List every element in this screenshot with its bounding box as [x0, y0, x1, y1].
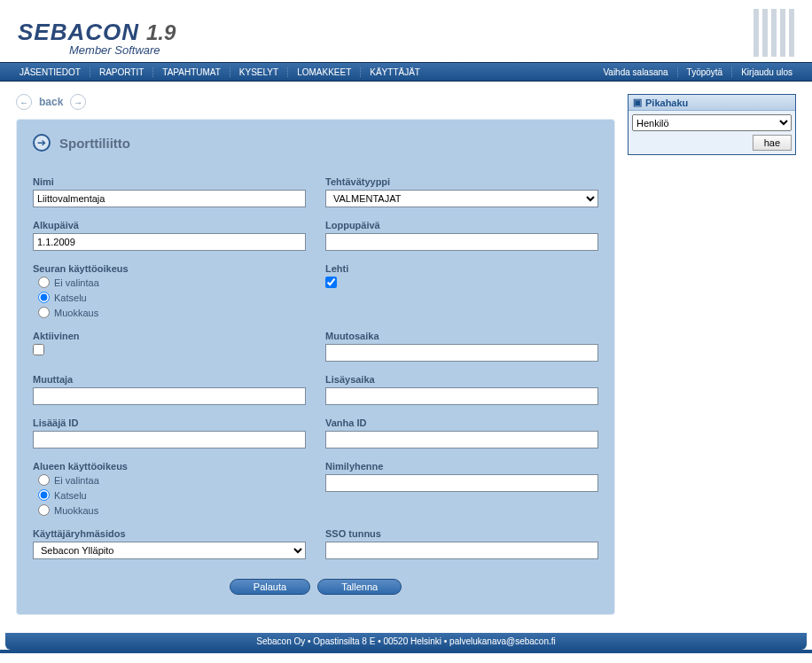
select-tehtavatyyppi[interactable]: VALMENTAJAT — [325, 190, 598, 207]
nav-desktop[interactable]: Työpöytä — [677, 67, 732, 77]
save-button[interactable]: Tallenna — [317, 579, 402, 595]
nav-jasentiedot[interactable]: JÄSENTIEDOT — [11, 67, 90, 77]
select-kayttajaryhma[interactable]: Sebacon Ylläpito — [33, 542, 306, 559]
input-vanha-id[interactable] — [325, 431, 598, 448]
app-subtitle: Member Software — [69, 43, 176, 57]
quicksearch-button[interactable]: hae — [753, 135, 792, 151]
footer: Sebacon Oy • Opastinsilta 8 E • 00520 He… — [5, 633, 807, 650]
page-title: Sporttiliitto — [59, 136, 130, 151]
input-sso[interactable] — [325, 542, 598, 559]
label-kayttajaryhma: Käyttäjäryhmäsidos — [33, 528, 306, 539]
reset-button[interactable]: Palauta — [230, 579, 310, 595]
arrow-right-icon: ➔ — [33, 134, 51, 152]
radio-seuran-0[interactable] — [38, 277, 50, 288]
input-nimi[interactable] — [33, 190, 306, 207]
forward-icon[interactable]: → — [70, 94, 86, 110]
quicksearch-select[interactable]: Henkilö — [632, 114, 792, 131]
input-alkupaiva[interactable] — [33, 233, 306, 251]
label-muuttaja: Muuttaja — [33, 374, 306, 385]
nav-logout[interactable]: Kirjaudu ulos — [731, 67, 801, 77]
expand-icon[interactable]: ▣ — [633, 97, 642, 108]
input-nimilyhenne[interactable] — [325, 474, 598, 492]
radio-seuran-1[interactable] — [38, 292, 50, 303]
quicksearch-title: Pikahaku — [645, 98, 688, 108]
radio-alueen-1[interactable] — [38, 489, 50, 501]
quicksearch-panel: ▣ Pikahaku Henkilö hae — [628, 94, 796, 155]
label-alueen: Alueen käyttöoikeus — [33, 461, 306, 472]
label-muutosaika: Muutosaika — [325, 331, 598, 341]
checkbox-lehti[interactable] — [325, 277, 337, 288]
nav-lomakkeet[interactable]: LOMAKKEET — [287, 67, 360, 77]
header-stripes — [753, 9, 794, 57]
back-label[interactable]: back — [39, 96, 63, 108]
radio-alueen-2[interactable] — [38, 504, 50, 516]
checkbox-aktiivinen[interactable] — [33, 344, 44, 355]
radio-seuran-2[interactable] — [38, 307, 50, 318]
label-aktiivinen: Aktiivinen — [33, 331, 306, 341]
input-loppupaiva[interactable] — [325, 233, 598, 251]
nav-tapahtumat[interactable]: TAPAHTUMAT — [152, 67, 230, 77]
radio-alueen-0[interactable] — [38, 474, 50, 486]
label-sso: SSO tunnus — [325, 528, 598, 539]
label-seuran: Seuran käyttöoikeus — [33, 263, 306, 274]
form-panel: ➔ Sporttiliitto Nimi Tehtävätyyppi VALME… — [16, 119, 615, 615]
label-vanha-id: Vanha ID — [325, 417, 598, 428]
label-alkupaiva: Alkupäivä — [33, 220, 306, 230]
label-lisaaja-id: Lisääjä ID — [33, 417, 306, 428]
logo: SEBACON 1.9 Member Software — [18, 19, 176, 57]
nav-kyselyt[interactable]: KYSELYT — [230, 67, 287, 77]
label-nimilyhenne: Nimilyhenne — [325, 461, 598, 472]
app-version: 1.9 — [146, 20, 176, 45]
input-muuttaja[interactable] — [33, 387, 306, 405]
main-nav: JÄSENTIEDOT RAPORTIT TAPAHTUMAT KYSELYT … — [0, 62, 812, 82]
nav-kayttajat[interactable]: KÄYTTÄJÄT — [360, 67, 429, 77]
label-lehti: Lehti — [325, 263, 598, 274]
input-lisaysaika[interactable] — [325, 387, 598, 405]
label-tehtavatyyppi: Tehtävätyyppi — [325, 176, 598, 187]
label-nimi: Nimi — [33, 176, 306, 187]
nav-raportit[interactable]: RAPORTIT — [90, 67, 152, 77]
label-loppupaiva: Loppupäivä — [325, 220, 598, 230]
input-lisaaja-id[interactable] — [33, 431, 306, 448]
app-name: SEBACON — [18, 19, 139, 46]
label-lisaysaika: Lisäysaika — [325, 374, 598, 385]
back-icon[interactable]: ← — [16, 94, 32, 110]
nav-change-password[interactable]: Vaihda salasana — [594, 67, 676, 77]
input-muutosaika[interactable] — [325, 344, 598, 362]
